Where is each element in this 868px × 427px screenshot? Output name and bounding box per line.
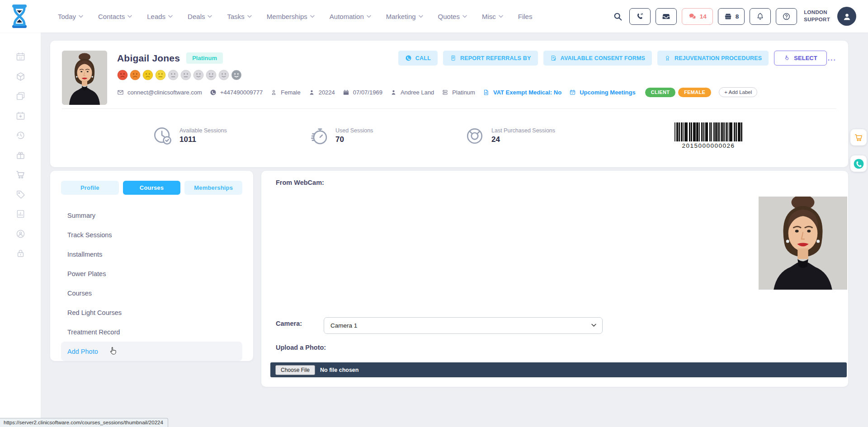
- menu-item-courses[interactable]: Courses: [61, 283, 242, 303]
- hand-cursor-icon: [108, 346, 118, 356]
- rating-face-1[interactable]: [117, 70, 128, 80]
- nav-item-memberships[interactable]: Memberships: [267, 13, 315, 20]
- document-icon: [483, 89, 490, 96]
- user-avatar[interactable]: [837, 7, 856, 26]
- chevron-down-icon: [208, 15, 212, 18]
- rating-face-4[interactable]: [155, 70, 166, 80]
- help-button[interactable]: [776, 8, 797, 25]
- lock-icon[interactable]: [15, 248, 26, 258]
- camera-select[interactable]: Camera 1: [324, 317, 603, 334]
- menu-item-add-photo[interactable]: Add Photo: [61, 342, 242, 361]
- rating-face-7[interactable]: [193, 70, 204, 80]
- rating-face-5[interactable]: [168, 70, 179, 80]
- webcam-title: From WebCam:: [276, 179, 324, 186]
- cube-icon[interactable]: [15, 71, 26, 82]
- tab-courses[interactable]: Courses: [123, 181, 181, 195]
- chevron-down-icon: [127, 15, 132, 18]
- call-float-button[interactable]: [850, 155, 867, 172]
- nav-item-contacts[interactable]: Contacts: [98, 13, 132, 20]
- camera-select-wrap: Camera 1: [324, 317, 603, 334]
- cart-float-button[interactable]: [850, 129, 867, 145]
- rating-face-2[interactable]: [130, 70, 141, 80]
- icon-sidebar: 12: [0, 33, 41, 427]
- client-info-vat-exempt-medical-no[interactable]: VAT Exempt Medical: No: [483, 89, 561, 96]
- stopwatch-icon: [308, 126, 329, 146]
- tier-stack-icon: [442, 89, 448, 96]
- stat-used-sessions: Used Sessions70: [308, 126, 464, 146]
- courses-menu: SummaryTrack SessionsInstallmentsPower P…: [61, 206, 242, 361]
- nav-item-quotes[interactable]: Quotes: [438, 13, 467, 20]
- rating-face-8[interactable]: [206, 70, 217, 80]
- nav-item-automation[interactable]: Automation: [330, 13, 371, 20]
- cart-icon[interactable]: [15, 169, 26, 180]
- session-stats-row: Available Sessions1011Used Sessions70Las…: [62, 109, 836, 167]
- clock-check-icon: [152, 126, 173, 146]
- search-icon[interactable]: [613, 12, 623, 21]
- calendar-check-icon: [569, 89, 576, 96]
- inbox-button[interactable]: [656, 8, 677, 25]
- nav-item-leads[interactable]: Leads: [147, 13, 173, 20]
- nav-item-today[interactable]: Today: [58, 13, 83, 20]
- copy-icon[interactable]: [15, 91, 26, 101]
- page-shell: 12 Abigail Jones Platinum CALLREPORT REF…: [0, 33, 868, 427]
- client-photo: [62, 51, 107, 105]
- report-referrals-by-button[interactable]: REPORT REFERRALS BY: [443, 51, 538, 66]
- tab-memberships[interactable]: Memberships: [184, 181, 242, 195]
- pill-client: CLIENT: [645, 88, 676, 97]
- envelope-icon: [117, 89, 124, 96]
- client-tabs-card: ProfileCoursesMemberships SummaryTrack S…: [50, 171, 253, 361]
- satisfaction-rating: [117, 70, 836, 80]
- client-info-platinum: Platinum: [442, 89, 475, 96]
- cart-icon: [854, 133, 863, 142]
- menu-item-red-light-courses[interactable]: Red Light Courses: [61, 303, 242, 322]
- nav-item-misc[interactable]: Misc: [482, 13, 503, 20]
- call-button[interactable]: CALL: [398, 51, 438, 66]
- menu-item-power-plates[interactable]: Power Plates: [61, 264, 242, 283]
- client-info-row: connect@clinicsoftware.com+447490009777F…: [117, 87, 836, 97]
- rating-face-9[interactable]: [218, 70, 229, 80]
- client-info-connect-clinicsoftware-c: connect@clinicsoftware.com: [117, 89, 202, 96]
- chat-button[interactable]: 14: [682, 8, 713, 25]
- svg-text:12: 12: [19, 56, 22, 60]
- register-button[interactable]: 8: [718, 8, 745, 25]
- nav-item-deals[interactable]: Deals: [188, 13, 212, 20]
- chevron-down-icon: [310, 15, 315, 18]
- client-name: Abigail Jones: [117, 53, 180, 64]
- notifications-button[interactable]: [750, 8, 771, 25]
- menu-item-track-sessions[interactable]: Track Sessions: [61, 225, 242, 244]
- client-info-upcoming-meetings[interactable]: Upcoming Meetings: [569, 89, 636, 96]
- stat-available-sessions: Available Sessions1011: [152, 126, 308, 146]
- rating-face-10[interactable]: [231, 70, 242, 80]
- calendar-import-icon[interactable]: [15, 111, 26, 121]
- choose-file-button[interactable]: Choose File: [275, 365, 315, 375]
- nav-item-marketing[interactable]: Marketing: [386, 13, 423, 20]
- webcam-panel: From WebCam: Camera: Camera 1 Upload a P…: [261, 171, 848, 387]
- rejuvenation-procedures-button[interactable]: REJUVENATION PROCEDURES: [657, 51, 769, 66]
- menu-item-summary[interactable]: Summary: [61, 206, 242, 225]
- dialer-button[interactable]: [629, 8, 651, 25]
- available-consent-forms-button[interactable]: AVAILABLE CONSENT FORMS: [543, 51, 652, 66]
- menu-item-treatment-record[interactable]: Treatment Record: [61, 322, 242, 342]
- client-info-andree-land: Andree Land: [390, 89, 434, 96]
- tag-icon[interactable]: [15, 189, 26, 200]
- add-label-button[interactable]: + Add Label: [719, 87, 757, 97]
- phone-circle-icon: [853, 158, 865, 170]
- main-content: Abigail Jones Platinum CALLREPORT REFERR…: [41, 33, 868, 427]
- more-options-button[interactable]: ...: [828, 54, 836, 62]
- clinicsoftware-logo-icon[interactable]: [9, 4, 30, 28]
- app-root: TodayContactsLeadsDealsTasksMembershipsA…: [0, 0, 868, 427]
- nav-item-files[interactable]: Files: [518, 13, 533, 20]
- chart-icon[interactable]: [15, 209, 26, 219]
- person-icon: [308, 89, 315, 96]
- rating-face-6[interactable]: [180, 70, 191, 80]
- history-icon[interactable]: [15, 130, 26, 141]
- tab-profile[interactable]: Profile: [61, 181, 119, 195]
- chevron-down-icon: [247, 15, 252, 18]
- rating-face-3[interactable]: [142, 70, 153, 80]
- gift-icon[interactable]: [15, 150, 26, 160]
- calendar-12-icon[interactable]: 12: [15, 52, 26, 62]
- user-clock-icon[interactable]: [15, 229, 26, 239]
- select-button[interactable]: SELECT: [774, 51, 826, 66]
- nav-item-tasks[interactable]: Tasks: [227, 13, 251, 20]
- menu-item-installments[interactable]: Installments: [61, 244, 242, 264]
